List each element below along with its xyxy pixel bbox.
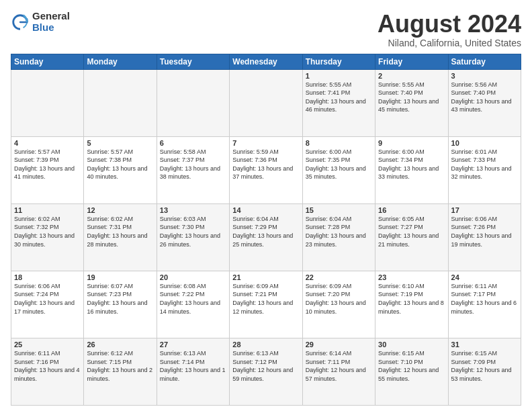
sunrise: Sunrise: 6:07 AM — [87, 283, 133, 289]
title-area: August 2024 Niland, California, United S… — [378, 11, 521, 48]
calendar: Sunday Monday Tuesday Wednesday Thursday… — [11, 54, 521, 406]
logo-general: General — [32, 11, 70, 22]
sunrise: Sunrise: 6:14 AM — [306, 350, 352, 357]
col-monday: Monday — [84, 54, 157, 69]
daylight: Daylight: 13 hours and 8 minutes. — [378, 300, 444, 315]
day-cell — [230, 69, 302, 136]
sunrise: Sunrise: 6:05 AM — [378, 216, 425, 222]
day-number: 26 — [87, 340, 153, 349]
sunset: Sunset: 7:24 PM — [14, 291, 59, 298]
sunrise: Sunrise: 6:06 AM — [451, 216, 498, 222]
week-row-0: 1 Sunrise: 5:55 AM Sunset: 7:41 PM Dayli… — [11, 69, 521, 136]
sunset: Sunset: 7:41 PM — [306, 89, 351, 96]
sunset: Sunset: 7:39 PM — [14, 156, 59, 163]
day-cell — [157, 69, 229, 136]
day-cell: 10 Sunrise: 6:01 AM Sunset: 7:33 PM Dayl… — [448, 136, 521, 203]
day-number: 23 — [378, 273, 445, 281]
day-info: Sunrise: 6:10 AM Sunset: 7:19 PM Dayligh… — [378, 282, 445, 316]
day-info: Sunrise: 5:59 AM Sunset: 7:36 PM Dayligh… — [232, 148, 299, 181]
day-cell: 21 Sunrise: 6:09 AM Sunset: 7:21 PM Dayl… — [230, 271, 302, 338]
daylight: Daylight: 13 hours and 41 minutes. — [14, 165, 75, 181]
day-cell: 9 Sunrise: 6:00 AM Sunset: 7:34 PM Dayli… — [375, 136, 448, 203]
header-row: Sunday Monday Tuesday Wednesday Thursday… — [11, 54, 521, 69]
day-number: 16 — [378, 206, 445, 214]
sunset: Sunset: 7:19 PM — [378, 291, 423, 298]
logo-text: General Blue — [32, 11, 70, 33]
day-info: Sunrise: 6:01 AM Sunset: 7:33 PM Dayligh… — [451, 148, 518, 181]
sunrise: Sunrise: 5:57 AM — [14, 148, 60, 155]
day-info: Sunrise: 5:55 AM Sunset: 7:41 PM Dayligh… — [306, 81, 372, 114]
sunrise: Sunrise: 6:01 AM — [451, 148, 498, 155]
sunset: Sunset: 7:30 PM — [160, 224, 205, 230]
day-info: Sunrise: 6:13 AM Sunset: 7:14 PM Dayligh… — [160, 349, 226, 383]
day-cell — [11, 69, 84, 136]
sunrise: Sunrise: 6:02 AM — [87, 216, 133, 222]
sunrise: Sunrise: 6:10 AM — [378, 283, 425, 289]
location: Niland, California, United States — [378, 38, 521, 48]
sunset: Sunset: 7:33 PM — [451, 156, 496, 163]
logo-icon — [11, 13, 30, 32]
sunrise: Sunrise: 6:15 AM — [378, 350, 425, 357]
daylight: Daylight: 13 hours and 21 minutes. — [378, 232, 439, 248]
sunset: Sunset: 7:20 PM — [306, 291, 351, 298]
day-number: 3 — [451, 72, 518, 80]
day-info: Sunrise: 6:00 AM Sunset: 7:34 PM Dayligh… — [378, 148, 445, 181]
day-info: Sunrise: 5:57 AM Sunset: 7:38 PM Dayligh… — [87, 148, 153, 181]
sunset: Sunset: 7:32 PM — [14, 224, 59, 230]
sunset: Sunset: 7:36 PM — [232, 156, 277, 163]
daylight: Daylight: 13 hours and 26 minutes. — [160, 232, 220, 248]
daylight: Daylight: 13 hours and 23 minutes. — [306, 232, 366, 248]
daylight: Daylight: 12 hours and 59 minutes. — [232, 367, 293, 382]
week-row-3: 18 Sunrise: 6:06 AM Sunset: 7:24 PM Dayl… — [11, 271, 521, 338]
day-number: 10 — [451, 139, 518, 147]
sunset: Sunset: 7:35 PM — [306, 156, 351, 163]
sunset: Sunset: 7:22 PM — [160, 291, 205, 298]
day-cell: 23 Sunrise: 6:10 AM Sunset: 7:19 PM Dayl… — [375, 271, 448, 338]
day-number: 15 — [306, 206, 372, 214]
day-cell: 16 Sunrise: 6:05 AM Sunset: 7:27 PM Dayl… — [375, 203, 448, 271]
sunrise: Sunrise: 6:11 AM — [451, 283, 498, 289]
day-cell: 24 Sunrise: 6:11 AM Sunset: 7:17 PM Dayl… — [448, 271, 521, 338]
sunrise: Sunrise: 6:09 AM — [232, 283, 279, 289]
sunrise: Sunrise: 5:55 AM — [306, 81, 352, 88]
day-cell: 7 Sunrise: 5:59 AM Sunset: 7:36 PM Dayli… — [230, 136, 302, 203]
daylight: Daylight: 13 hours and 43 minutes. — [451, 98, 512, 113]
day-info: Sunrise: 6:11 AM Sunset: 7:16 PM Dayligh… — [14, 349, 81, 383]
day-info: Sunrise: 6:15 AM Sunset: 7:09 PM Dayligh… — [451, 349, 518, 383]
day-number: 7 — [232, 139, 299, 147]
daylight: Daylight: 13 hours and 46 minutes. — [306, 98, 366, 113]
day-cell: 4 Sunrise: 5:57 AM Sunset: 7:39 PM Dayli… — [11, 136, 84, 203]
daylight: Daylight: 13 hours and 28 minutes. — [87, 232, 147, 248]
day-number: 20 — [160, 273, 226, 281]
daylight: Daylight: 13 hours and 12 minutes. — [232, 300, 293, 315]
col-thursday: Thursday — [302, 54, 375, 69]
daylight: Daylight: 13 hours and 40 minutes. — [87, 165, 147, 181]
day-info: Sunrise: 6:04 AM Sunset: 7:29 PM Dayligh… — [232, 215, 299, 248]
day-number: 2 — [378, 72, 445, 80]
logo: General Blue — [11, 11, 70, 33]
sunrise: Sunrise: 6:09 AM — [306, 283, 352, 289]
sunrise: Sunrise: 6:00 AM — [378, 148, 425, 155]
sunset: Sunset: 7:11 PM — [306, 359, 351, 365]
daylight: Daylight: 13 hours and 35 minutes. — [306, 165, 366, 181]
col-wednesday: Wednesday — [230, 54, 302, 69]
sunrise: Sunrise: 5:59 AM — [232, 148, 279, 155]
daylight: Daylight: 13 hours and 32 minutes. — [451, 165, 512, 181]
day-info: Sunrise: 6:13 AM Sunset: 7:12 PM Dayligh… — [232, 349, 299, 383]
daylight: Daylight: 12 hours and 55 minutes. — [378, 367, 439, 382]
day-number: 31 — [451, 340, 518, 349]
day-cell: 3 Sunrise: 5:56 AM Sunset: 7:40 PM Dayli… — [448, 69, 521, 136]
sunset: Sunset: 7:40 PM — [378, 89, 423, 96]
daylight: Daylight: 13 hours and 38 minutes. — [160, 165, 220, 181]
day-number: 21 — [232, 273, 299, 281]
sunset: Sunset: 7:38 PM — [87, 156, 132, 163]
day-number: 5 — [87, 139, 153, 147]
day-number: 9 — [378, 139, 445, 147]
sunset: Sunset: 7:27 PM — [378, 224, 423, 230]
day-number: 27 — [160, 340, 226, 349]
sunrise: Sunrise: 6:11 AM — [14, 350, 60, 357]
sunset: Sunset: 7:29 PM — [232, 224, 277, 230]
day-info: Sunrise: 5:57 AM Sunset: 7:39 PM Dayligh… — [14, 148, 81, 181]
sunrise: Sunrise: 5:56 AM — [451, 81, 498, 88]
day-info: Sunrise: 6:05 AM Sunset: 7:27 PM Dayligh… — [378, 215, 445, 248]
